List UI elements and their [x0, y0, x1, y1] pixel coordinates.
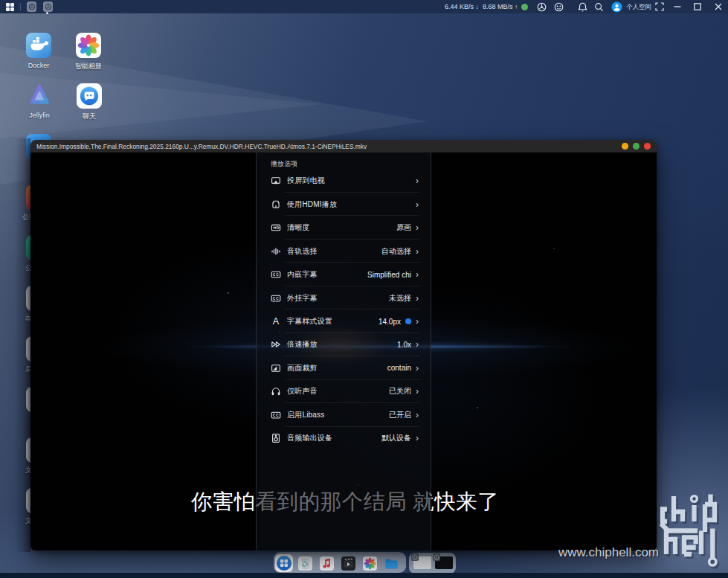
svg-text:A: A	[273, 316, 280, 327]
